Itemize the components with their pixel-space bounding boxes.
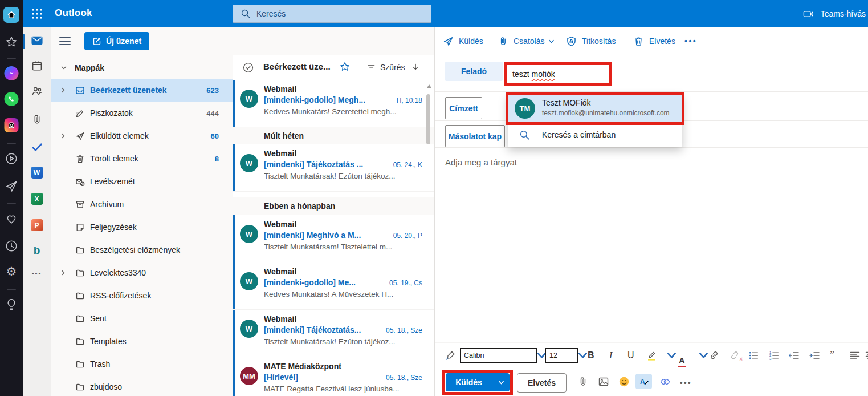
indent-icon[interactable]: [809, 350, 820, 361]
people-icon[interactable]: [31, 85, 43, 97]
chevron-down-icon[interactable]: [577, 350, 588, 361]
bing-icon[interactable]: b: [34, 244, 40, 257]
message-date: 05. 18., Sze: [386, 326, 422, 334]
from-button[interactable]: Feladó: [445, 62, 503, 81]
chevron-right-icon[interactable]: [60, 87, 67, 94]
folder-label: Feljegyzések: [90, 223, 219, 232]
chevron-down-icon[interactable]: [666, 350, 677, 361]
from-input-annotation-box[interactable]: teszt mofiók: [504, 62, 612, 86]
align-left-icon[interactable]: [849, 350, 861, 361]
font-size-select[interactable]: 12: [545, 348, 578, 363]
folder-item[interactable]: Beérkezett üzenetek 623: [51, 79, 233, 102]
toolbar-more-icon[interactable]: •••: [684, 27, 697, 55]
folder-item[interactable]: Archívum: [51, 193, 233, 216]
word-icon[interactable]: W: [31, 167, 43, 179]
hamburger-menu-icon[interactable]: [59, 35, 71, 47]
send-toolbar-button[interactable]: Küldés: [443, 27, 483, 55]
message-row[interactable]: W Webmail [mindenki-godollo] Me... 05. 1…: [233, 262, 435, 310]
quote-icon[interactable]: ”: [829, 350, 840, 361]
favorite-star-icon[interactable]: [339, 61, 351, 72]
whatsapp-icon[interactable]: [5, 92, 19, 106]
new-message-button[interactable]: Új üzenet: [84, 32, 149, 50]
clock-icon[interactable]: [5, 239, 18, 253]
message-row[interactable]: W Webmail [mindenki-godollo] Megh... H, …: [233, 80, 435, 127]
gear-icon[interactable]: ⚙: [6, 265, 17, 277]
outdent-icon[interactable]: [788, 350, 800, 361]
folder-item[interactable]: Elküldött elemek 60: [51, 124, 233, 147]
send-options-chevron[interactable]: [492, 379, 510, 386]
todo-icon[interactable]: [31, 141, 43, 153]
attachments-icon[interactable]: [31, 113, 43, 126]
scrollbar-up-arrow[interactable]: [427, 84, 431, 88]
folder-item[interactable]: Sent: [51, 307, 233, 330]
instagram-icon[interactable]: [5, 118, 19, 132]
teams-call-button[interactable]: Teams-hívás: [802, 0, 866, 27]
insert-link-icon[interactable]: [708, 350, 720, 361]
chevron-down-icon[interactable]: [698, 350, 709, 361]
folder-item[interactable]: Levélszemét: [51, 170, 233, 193]
cc-button[interactable]: Másolatot kap: [445, 125, 505, 147]
excel-icon[interactable]: X: [31, 193, 43, 205]
folder-item[interactable]: Levelektes3340: [51, 261, 233, 284]
scrollbar-thumb[interactable]: [426, 94, 430, 144]
folder-item[interactable]: Törölt elemek 8: [51, 147, 233, 170]
folders-header[interactable]: Mappák: [51, 59, 233, 76]
app-launcher-icon[interactable]: [31, 7, 43, 20]
underline-button[interactable]: U: [627, 351, 634, 360]
message-row[interactable]: W Webmail [mindenki] Tájékoztatás ... 05…: [233, 144, 435, 192]
font-name-select[interactable]: Calibri: [460, 348, 537, 363]
italic-button[interactable]: I: [609, 351, 612, 360]
folder-item[interactable]: zbujdoso: [51, 375, 233, 396]
send-plane-icon[interactable]: [5, 179, 19, 193]
home-icon[interactable]: [3, 7, 19, 23]
attach-toolbar-button[interactable]: Csatolás: [498, 27, 555, 55]
footer-more-icon[interactable]: •••: [680, 378, 691, 390]
mail-icon[interactable]: [31, 34, 43, 47]
font-color-button[interactable]: A: [679, 355, 685, 365]
folder-item[interactable]: Feljegyzések: [51, 216, 233, 239]
encrypt-toolbar-button[interactable]: Titkosítás: [566, 27, 616, 55]
emoji-icon[interactable]: [618, 376, 630, 387]
folder-item[interactable]: RSS-előfizetések: [51, 284, 233, 307]
numbered-list-icon[interactable]: 123: [769, 350, 780, 361]
format-painter-icon[interactable]: [445, 350, 456, 361]
lightbulb-icon[interactable]: [5, 297, 18, 312]
play-circle-icon[interactable]: [5, 152, 18, 165]
message-subject: [Hírlevél]: [264, 373, 372, 382]
discard-button[interactable]: Elvetés: [517, 373, 567, 393]
attach-file-icon[interactable]: [577, 376, 589, 387]
folder-item[interactable]: Templates: [51, 330, 233, 353]
search-directory-item[interactable]: Keresés a címtárban: [508, 123, 682, 147]
draw-text-icon[interactable]: A: [635, 374, 652, 389]
send-button[interactable]: Küldés: [446, 373, 510, 391]
sort-order-icon[interactable]: [411, 62, 420, 71]
rail-more-icon[interactable]: •••: [32, 270, 42, 277]
heart-icon[interactable]: [5, 212, 18, 225]
discard-toolbar-button[interactable]: Elvetés: [633, 27, 675, 55]
highlight-button[interactable]: [646, 350, 657, 361]
bold-button[interactable]: B: [588, 351, 594, 360]
search-input[interactable]: Keresés: [233, 5, 431, 23]
folder-item[interactable]: Trash: [51, 353, 233, 375]
calendar-icon[interactable]: [31, 60, 43, 72]
to-button[interactable]: Címzett: [445, 97, 482, 119]
folder-item[interactable]: Beszélgetési előzmények: [51, 239, 233, 261]
align-center-icon[interactable]: [865, 350, 868, 361]
filter-button[interactable]: Szűrés: [366, 62, 405, 72]
select-all-icon[interactable]: [242, 62, 254, 74]
message-row[interactable]: W Webmail [mindenki] Tájékoztatás... 05.…: [233, 310, 435, 357]
messenger-icon[interactable]: [5, 66, 19, 80]
star-icon[interactable]: [5, 35, 18, 49]
remove-link-icon[interactable]: ×: [729, 350, 740, 361]
powerpoint-icon[interactable]: P: [31, 219, 43, 231]
folder-item[interactable]: Piszkozatok 444: [51, 102, 233, 124]
insert-image-icon[interactable]: [598, 376, 609, 387]
subject-placeholder[interactable]: Adja meg a tárgyat: [445, 154, 517, 171]
chevron-right-icon[interactable]: [60, 269, 67, 276]
loop-component-icon[interactable]: [659, 376, 671, 387]
bullet-list-icon[interactable]: [748, 350, 759, 361]
message-row[interactable]: MM MATE Médiaközpont [Hírlevél] 05. 18.,…: [233, 357, 435, 396]
chevron-right-icon[interactable]: [60, 132, 67, 139]
folder-label: Archívum: [90, 200, 219, 209]
message-row[interactable]: W Webmail [mindenki] Meghívó a M... 05. …: [233, 215, 435, 262]
